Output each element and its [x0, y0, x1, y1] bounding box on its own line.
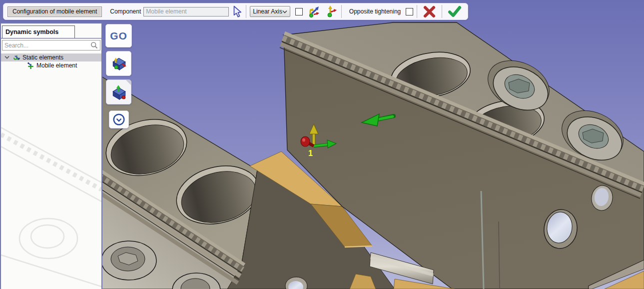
dynamic-symbol-mobile-button[interactable]: [106, 80, 131, 104]
chevron-down-icon: [282, 10, 287, 14]
triad-axis-icon[interactable]: [324, 5, 338, 18]
triad-index-label: 1: [308, 149, 313, 158]
command-toolbar: Configuration of mobile element Componen…: [3, 3, 468, 20]
tab-label: Dynamic symbols: [5, 28, 58, 36]
opposite-tightening-label: Opposite tightening: [349, 8, 401, 15]
command-title: Configuration of mobile element: [7, 6, 102, 17]
opposite-tightening-checkbox[interactable]: [406, 8, 413, 16]
axis-checkbox[interactable]: [295, 8, 303, 16]
search-input[interactable]: Search...: [2, 40, 100, 50]
search-icon: [90, 42, 98, 49]
chevron-circle-icon: [112, 113, 125, 126]
rail-green-arrow-icon: [110, 84, 127, 100]
panel-ghost-model: [1, 82, 101, 288]
triad-origin-point[interactable]: [301, 136, 310, 146]
go-button[interactable]: GO: [105, 24, 132, 48]
bent-axis-icon[interactable]: [307, 5, 320, 18]
dynamic-symbols-panel: Dynamic symbols Search... Static element: [0, 22, 102, 289]
anchor-static-icon: [13, 54, 20, 62]
cancel-icon[interactable]: [423, 5, 436, 18]
toolbar-separator: [442, 5, 442, 18]
tree-item-label: Mobile element: [36, 62, 77, 69]
panel-tab-row: Dynamic symbols: [1, 24, 101, 38]
symbols-tree: Static elements Mobile element: [1, 54, 101, 70]
mobile-cross-icon: [27, 62, 34, 70]
axis-type-dropdown[interactable]: Linear Axis: [250, 6, 290, 17]
chevron-expanded-icon[interactable]: [4, 56, 10, 60]
tree-item-static-elements[interactable]: Static elements: [1, 54, 101, 62]
go-button-label: GO: [110, 30, 127, 42]
tree-item-mobile-element[interactable]: Mobile element: [1, 62, 101, 70]
axis-type-value: Linear Axis: [253, 8, 282, 15]
tree-item-label: Static elements: [22, 54, 63, 61]
select-cursor-icon[interactable]: [232, 5, 242, 18]
component-input[interactable]: Mobile element: [143, 7, 229, 16]
component-label: Component: [110, 8, 141, 15]
tab-dynamic-symbols[interactable]: Dynamic symbols: [2, 26, 75, 38]
expand-more-button[interactable]: [109, 110, 129, 128]
toolbar-separator: [341, 5, 342, 18]
dogear-corner: [126, 80, 131, 85]
cad-application-window: 1 Configuration of mobile element Compon…: [0, 0, 644, 289]
component-value: Mobile element: [146, 8, 186, 15]
rail-axes-icon: [110, 55, 127, 72]
search-placeholder: Search...: [4, 42, 90, 49]
dynamic-symbol-static-button[interactable]: [106, 51, 131, 76]
confirm-icon[interactable]: [448, 5, 462, 18]
toolbar-separator: [246, 5, 246, 18]
toolbar-separator: [417, 5, 417, 18]
